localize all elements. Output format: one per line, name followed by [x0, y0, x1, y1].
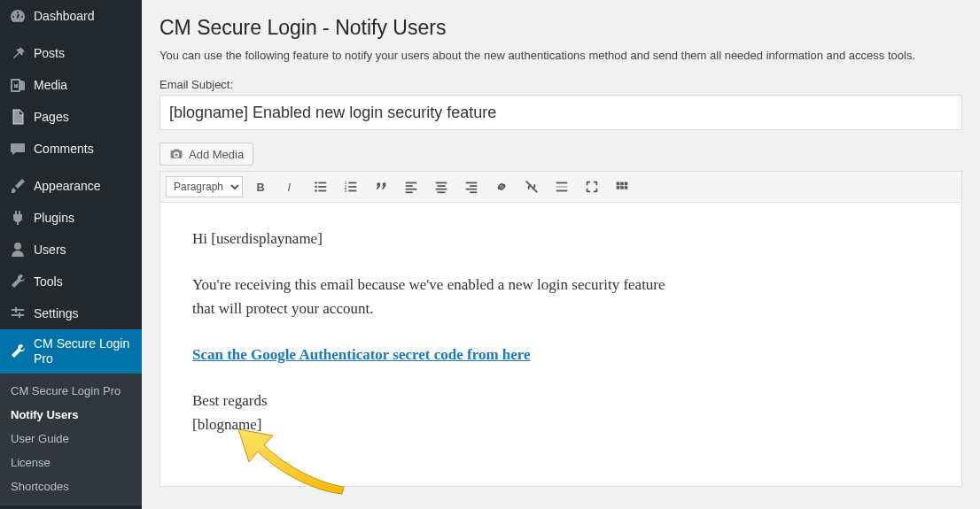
svg-rect-31 [625, 182, 628, 186]
media-icon [9, 76, 27, 94]
svg-point-2 [315, 181, 317, 184]
svg-rect-29 [617, 182, 620, 186]
sidebar-item-settings[interactable]: Settings [0, 297, 142, 329]
align-right-button[interactable] [459, 175, 484, 198]
sidebar-item-appearance[interactable]: Appearance [0, 170, 142, 202]
toolbar-toggle-button[interactable] [610, 175, 634, 198]
svg-rect-30 [620, 182, 624, 186]
email-subject-input[interactable] [159, 95, 962, 130]
submenu-item-shortcodes[interactable]: Shortcodes [0, 474, 142, 498]
align-center-button[interactable] [429, 175, 454, 198]
italic-button[interactable]: I [278, 175, 303, 198]
svg-rect-28 [556, 190, 568, 192]
add-media-button[interactable]: Add Media [159, 143, 253, 166]
svg-rect-15 [406, 185, 413, 187]
wrench-icon [9, 343, 27, 360]
svg-rect-23 [470, 185, 477, 187]
bullet-list-button[interactable] [308, 175, 333, 198]
sidebar-item-label: CM Secure Login Pro [34, 336, 133, 366]
submenu-item-notify-users[interactable]: Notify Users [0, 403, 142, 427]
sidebar-item-label: Posts [34, 46, 65, 61]
sidebar-item-label: Plugins [34, 211, 74, 226]
svg-rect-9 [348, 182, 356, 184]
svg-rect-21 [438, 191, 446, 193]
fullscreen-button[interactable] [579, 175, 604, 198]
svg-point-4 [315, 186, 317, 189]
sidebar-item-tools[interactable]: Tools [0, 266, 142, 297]
blockquote-button[interactable] [369, 175, 393, 198]
svg-rect-11 [348, 186, 356, 188]
page-icon [9, 108, 27, 126]
svg-text:B: B [257, 181, 265, 194]
svg-rect-34 [625, 186, 628, 189]
svg-rect-20 [436, 189, 447, 190]
sidebar-item-label: Settings [34, 306, 79, 321]
email-body-editor: Paragraph B I 123 [159, 171, 962, 487]
sidebar-submenu: CM Secure Login Pro Notify Users User Gu… [0, 374, 142, 505]
sidebar-item-dashboard[interactable]: Dashboard [0, 0, 142, 32]
comment-icon [9, 140, 27, 158]
sidebar-item-label: Tools [34, 274, 63, 289]
email-paragraph: You're receiving this email because we'v… [192, 274, 688, 320]
sliders-icon [9, 305, 27, 322]
editor-body[interactable]: Hi [userdisplayname] You're receiving th… [160, 203, 961, 486]
pin-icon [9, 44, 27, 62]
align-left-button[interactable] [399, 175, 424, 198]
email-subject-label: Email Subject: [159, 78, 962, 91]
svg-rect-25 [470, 191, 477, 193]
sidebar-item-label: Users [34, 243, 66, 258]
svg-rect-27 [556, 186, 568, 188]
page-description: You can use the following feature to not… [159, 49, 962, 62]
submenu-item-cm-secure-login-pro[interactable]: CM Secure Login Pro [0, 379, 142, 403]
svg-rect-7 [318, 190, 326, 192]
page-title: CM Secure Login - Notify Users [159, 16, 962, 40]
sidebar-item-label: Comments [34, 142, 94, 157]
sidebar-item-label: Dashboard [34, 9, 95, 24]
sidebar-item-cm-secure-login-pro[interactable]: CM Secure Login Pro [0, 329, 142, 374]
authenticator-link[interactable]: Scan the Google Authenticator secret cod… [192, 346, 531, 363]
sidebar-item-comments[interactable]: Comments [0, 133, 142, 165]
sidebar-item-pages[interactable]: Pages [0, 101, 142, 133]
svg-rect-5 [318, 186, 326, 188]
submenu-item-license[interactable]: License [0, 451, 142, 474]
plug-icon [9, 209, 27, 227]
svg-text:I: I [287, 181, 291, 194]
main-content: CM Secure Login - Notify Users You can u… [142, 0, 980, 509]
svg-rect-18 [436, 182, 447, 184]
sidebar-item-label: Appearance [34, 179, 101, 194]
format-select[interactable]: Paragraph [166, 176, 243, 197]
numbered-list-button[interactable]: 123 [338, 175, 363, 198]
editor-toolbar: Paragraph B I 123 [160, 172, 961, 203]
sidebar-item-label: Media [34, 78, 67, 93]
email-greeting: Hi [userdisplayname] [192, 228, 929, 251]
sidebar-item-users[interactable]: Users [0, 234, 142, 266]
email-signoff: Best regards [192, 392, 268, 409]
brush-icon [9, 177, 27, 195]
insert-more-button[interactable] [549, 175, 574, 198]
add-media-label: Add Media [189, 148, 244, 161]
sidebar-item-plugins[interactable]: Plugins [0, 202, 142, 234]
svg-rect-33 [620, 186, 624, 189]
svg-rect-32 [617, 186, 620, 189]
svg-point-6 [315, 189, 317, 192]
gauge-icon [9, 7, 27, 25]
svg-rect-14 [406, 182, 417, 184]
submenu-item-user-guide[interactable]: User Guide [0, 427, 142, 451]
sidebar-item-label: Pages [34, 110, 69, 125]
bold-button[interactable]: B [248, 175, 273, 198]
user-icon [9, 241, 27, 258]
svg-rect-19 [438, 185, 446, 187]
camera-icon [169, 147, 183, 161]
link-button[interactable] [489, 175, 514, 198]
admin-sidebar: Dashboard Posts Media Pages Comments App… [0, 0, 142, 509]
sidebar-item-media[interactable]: Media [0, 69, 142, 101]
svg-rect-22 [466, 182, 478, 184]
svg-rect-24 [466, 189, 478, 190]
sidebar-item-posts[interactable]: Posts [0, 37, 142, 69]
email-blogname: [blogname] [192, 416, 261, 433]
svg-text:3: 3 [345, 189, 347, 193]
svg-rect-3 [318, 182, 326, 184]
unlink-button[interactable] [519, 175, 544, 198]
svg-rect-26 [556, 182, 568, 184]
svg-rect-17 [406, 191, 413, 193]
